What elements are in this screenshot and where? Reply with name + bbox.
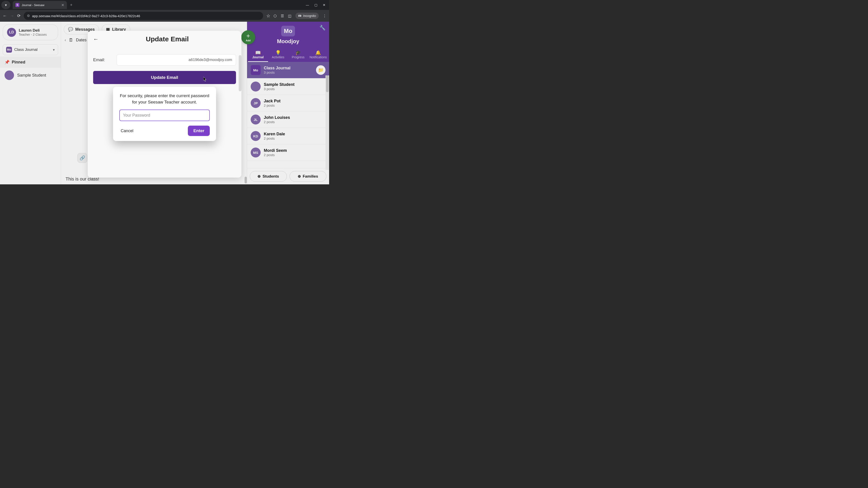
password-modal-message: For security, please enter the current p… <box>119 93 210 105</box>
close-window-button[interactable]: ✕ <box>323 3 326 7</box>
reading-list-icon[interactable]: ☰ <box>281 14 284 18</box>
seesaw-favicon: S <box>16 3 20 7</box>
browser-nav-bar: ← → ⟳ ⚙ app.seesaw.me/#/class/class.e01b… <box>0 10 329 22</box>
panel-back-button[interactable]: ← <box>93 36 98 42</box>
browser-tab-strip: ▾ S Journal - Seesaw ✕ + — ▢ ✕ <box>0 0 329 10</box>
password-input[interactable] <box>119 109 210 121</box>
browser-menu-icon[interactable]: ⋮ <box>323 14 327 18</box>
side-panel-icon[interactable]: ◫ <box>288 14 291 18</box>
password-modal: For security, please enter the current p… <box>113 87 216 141</box>
url-text: app.seesaw.me/#/class/class.e01bf4c2-9a2… <box>32 14 140 18</box>
incognito-icon: 🕶 <box>298 14 301 18</box>
site-settings-icon[interactable]: ⚙ <box>27 14 30 18</box>
incognito-label: Incognito <box>303 14 316 18</box>
tab-title: Journal - Seesaw <box>22 3 59 7</box>
close-tab-icon[interactable]: ✕ <box>61 3 64 7</box>
panel-title: Update Email <box>98 35 236 43</box>
window-controls: — ▢ ✕ <box>306 3 329 7</box>
cancel-button[interactable]: Cancel <box>119 127 135 135</box>
chevron-down-icon: ▾ <box>5 3 7 7</box>
tab-search-button[interactable]: ▾ <box>1 1 10 9</box>
incognito-indicator[interactable]: 🕶 Incognito <box>296 13 319 19</box>
back-button[interactable]: ← <box>3 13 7 18</box>
bookmark-star-icon[interactable]: ☆ <box>266 13 270 19</box>
enter-button[interactable]: Enter <box>188 126 210 136</box>
panel-scrollbar-thumb[interactable] <box>239 55 241 91</box>
extensions-icon[interactable]: ⬡ <box>274 14 277 18</box>
reload-button[interactable]: ⟳ <box>17 13 21 18</box>
update-email-button[interactable]: Update Email <box>93 71 236 84</box>
maximize-button[interactable]: ▢ <box>314 3 317 7</box>
email-label: Email: <box>93 57 114 62</box>
minimize-button[interactable]: — <box>306 3 309 7</box>
email-input[interactable]: a6196de3@moodjoy.com <box>117 54 236 66</box>
browser-tab[interactable]: S Journal - Seesaw ✕ <box>13 1 67 9</box>
address-bar[interactable]: ⚙ app.seesaw.me/#/class/class.e01bf4c2-9… <box>24 12 263 20</box>
new-tab-button[interactable]: + <box>70 3 72 7</box>
forward-button[interactable]: → <box>10 13 14 18</box>
